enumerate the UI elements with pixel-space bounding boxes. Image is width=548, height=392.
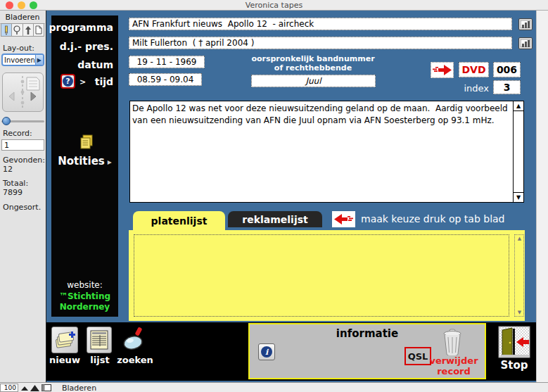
media-type-field[interactable]: DVD bbox=[459, 62, 489, 77]
record-book-navigator[interactable] bbox=[2, 72, 44, 112]
page-icon bbox=[35, 25, 42, 34]
notes-scrollbar[interactable]: ▲ ▼ bbox=[513, 101, 523, 202]
website-link-line2[interactable]: Norderney bbox=[51, 302, 118, 312]
footer-bar: nieuw lijst zoeken informatie i QSL bbox=[46, 322, 536, 381]
tab-reklamelijst[interactable]: reklamelijst bbox=[228, 211, 322, 227]
titlebar: Veronica tapes bbox=[0, 0, 548, 11]
scroll-down-icon[interactable]: ▼ bbox=[514, 192, 523, 202]
datum-field[interactable]: 19 - 11 - 1969 bbox=[129, 56, 205, 68]
layout-page-tool-button[interactable] bbox=[34, 24, 44, 36]
nieuw-label: nieuw bbox=[46, 355, 83, 365]
dj-pres-index-button[interactable] bbox=[518, 37, 533, 49]
record-label: Record: bbox=[3, 129, 32, 138]
media-number-field[interactable]: 006 bbox=[493, 62, 521, 77]
status-toggle-icon bbox=[42, 384, 51, 391]
layout-label: Lay-out: bbox=[3, 44, 34, 53]
goto-media-button[interactable] bbox=[431, 62, 454, 78]
magnifier-tool-button[interactable] bbox=[12, 24, 23, 36]
website-label: website: bbox=[51, 280, 118, 290]
mode-header: Bladeren bbox=[0, 13, 45, 24]
field-label-sidebar: programma d.j.- pres. datum ? > tijd Not… bbox=[51, 15, 118, 317]
dj-pres-label: d.j.- pres. bbox=[60, 41, 113, 52]
datum-label: datum bbox=[77, 59, 113, 70]
scroll-up-icon[interactable]: ▲ bbox=[514, 101, 523, 111]
stop-button[interactable] bbox=[497, 325, 531, 360]
notities-text[interactable]: De Apollo 12 was net voor deze nieuwsuit… bbox=[132, 103, 511, 126]
window-status-bar: 100 Bladeren bbox=[0, 382, 548, 392]
bandnummer-label-line1: oorspronkelijk bandnummer bbox=[243, 54, 383, 63]
found-count: 12 bbox=[3, 165, 13, 174]
website-link-line1[interactable]: ™Stichting bbox=[51, 291, 118, 301]
tijd-field[interactable]: 08.59 - 09.04 bbox=[129, 73, 202, 86]
index-label: index bbox=[450, 83, 489, 94]
nieuw-button[interactable] bbox=[51, 327, 78, 353]
info-icon: i bbox=[261, 346, 272, 358]
bandnummer-label-line2: of rechthebbende bbox=[243, 63, 383, 72]
programma-field[interactable]: AFN Frankfurt nieuws Apollo 12 - airchec… bbox=[129, 18, 512, 30]
lijst-button[interactable] bbox=[87, 327, 112, 353]
tab-platenlijst[interactable]: platenlijst bbox=[133, 211, 225, 230]
mode-popup[interactable]: Bladeren bbox=[62, 384, 96, 392]
platenlijst-scrollbar[interactable]: ▲ ▼ bbox=[514, 234, 524, 317]
index-field[interactable]: 3 bbox=[493, 80, 521, 94]
lijst-label: lijst bbox=[85, 355, 115, 365]
window-title: Veronica tapes bbox=[0, 1, 548, 10]
tijd-label: tijd bbox=[95, 76, 113, 87]
exit-door-icon bbox=[498, 326, 530, 360]
bandnummer-field[interactable]: Juul bbox=[251, 75, 376, 87]
record-slider[interactable] bbox=[1, 117, 44, 125]
zoom-out-icon bbox=[21, 385, 28, 391]
notities-caret-icon: ▸ bbox=[108, 157, 112, 167]
list-document-icon bbox=[89, 329, 109, 350]
zoom-in-icon bbox=[30, 384, 39, 391]
pencil-tool-button[interactable] bbox=[1, 24, 12, 36]
tijd-help-button[interactable]: ? bbox=[60, 74, 75, 89]
notities-label: Notities bbox=[58, 155, 105, 167]
info-button[interactable]: i bbox=[258, 343, 275, 360]
scroll-down-icon[interactable]: ▼ bbox=[516, 310, 523, 315]
platenlijst-panel: ▲ ▼ bbox=[129, 230, 525, 321]
book-icon bbox=[3, 73, 43, 111]
zoeken-label: zoeken bbox=[115, 355, 155, 365]
trash-icon bbox=[440, 329, 464, 355]
zoeken-button[interactable] bbox=[118, 325, 149, 355]
total-count: 7899 bbox=[3, 188, 23, 197]
zoom-level-box[interactable]: 100 bbox=[0, 384, 18, 392]
status-area-toggle-button[interactable] bbox=[41, 384, 52, 392]
status-area: Bladeren Lay-out: Invoeren ▶ bbox=[0, 11, 46, 382]
programma-index-button[interactable] bbox=[518, 18, 533, 30]
new-record-cards-icon bbox=[54, 330, 75, 350]
tool-palette bbox=[1, 23, 44, 37]
arrow-up-tool-button[interactable] bbox=[23, 24, 34, 36]
zoom-out-button[interactable] bbox=[20, 384, 29, 392]
stop-label: Stop bbox=[492, 359, 536, 372]
tab-hint-arrow-button[interactable] bbox=[332, 211, 355, 227]
window-right-margin bbox=[536, 11, 548, 392]
notities-button[interactable]: Notities▸ bbox=[51, 155, 118, 167]
bar-chart-icon bbox=[521, 20, 530, 28]
scroll-up-icon[interactable]: ▲ bbox=[516, 236, 523, 241]
sort-status: Ongesort. bbox=[3, 203, 41, 212]
slider-knob[interactable] bbox=[2, 117, 11, 125]
layout-popup[interactable]: Invoeren ▶ bbox=[1, 53, 44, 66]
found-label: Gevonden: bbox=[3, 156, 45, 165]
magnifier-icon bbox=[13, 25, 21, 35]
pencil-icon bbox=[4, 25, 9, 35]
magnifier-search-icon bbox=[120, 326, 148, 354]
total-label: Totaal: bbox=[3, 179, 28, 188]
verwijder-record-button[interactable] bbox=[439, 328, 466, 356]
programma-label: programma bbox=[49, 22, 113, 33]
platenlijst-field[interactable] bbox=[134, 234, 509, 317]
tab-hint-text: maak keuze druk op tab blad bbox=[361, 213, 504, 225]
record-number-input[interactable]: 1 bbox=[1, 139, 44, 151]
arrow-up-icon bbox=[25, 25, 32, 35]
veronica-tapes-window: Veronica tapes Bladeren Lay-out: Invoere… bbox=[0, 0, 548, 392]
zoom-in-button[interactable] bbox=[30, 384, 39, 392]
layout-popup-value: Invoeren bbox=[3, 56, 35, 64]
bar-chart-icon bbox=[521, 39, 530, 47]
tijd-caret: > bbox=[79, 77, 86, 87]
red-arrow-right-icon bbox=[433, 65, 452, 75]
notities-text-area[interactable]: De Apollo 12 was net voor deze nieuwsuit… bbox=[129, 101, 524, 203]
dj-pres-field[interactable]: Milt Fullerton ( † april 2004 ) bbox=[129, 37, 512, 49]
red-arrow-left-icon bbox=[334, 214, 353, 225]
